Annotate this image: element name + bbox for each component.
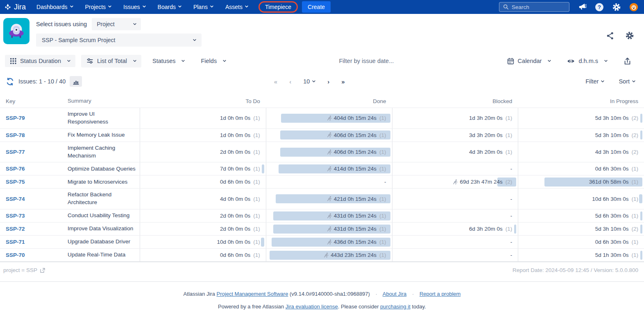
page-size-dropdown[interactable]: 10 [303, 78, 315, 85]
admin-settings-button[interactable] [612, 2, 621, 11]
duration-cell-blocked: - [392, 189, 518, 209]
chevron-down-icon [193, 38, 196, 41]
chevron-down-icon [133, 22, 136, 25]
toolbar-right: Calendar d.h.m.s [502, 54, 637, 68]
duration-bar [640, 225, 642, 234]
runner-icon [452, 179, 458, 185]
duration-text: 5d 1h 30m 0s [595, 252, 629, 258]
jql-query-text: project = SSP [3, 267, 37, 273]
chevron-down-icon [70, 4, 73, 7]
purchase-link[interactable]: purchasing it [380, 304, 410, 310]
status-count: (2) [506, 179, 512, 185]
status-count: (1) [506, 132, 512, 138]
nav-item-plans[interactable]: Plans [193, 4, 213, 10]
svg-text:?: ? [598, 4, 601, 10]
duration-text: - [510, 213, 512, 219]
nav-item-dashboards[interactable]: Dashboards [36, 4, 73, 10]
filter-dropdown[interactable]: Filter [585, 78, 604, 85]
nav-item-issues[interactable]: Issues [123, 4, 145, 10]
jira-logo-icon [4, 3, 11, 11]
pager-controls: « ‹ 10 › » [33, 78, 585, 85]
chevron-down-icon [223, 58, 226, 62]
duration-cell-todo: 2d 0h 0m 0s(1) [140, 142, 266, 162]
issue-key-link[interactable]: SSP-77 [6, 149, 25, 155]
report-problem-link[interactable]: Report a problem [420, 291, 460, 297]
issue-summary-cell: Migrate to Microservices [68, 175, 140, 188]
issue-summary-cell: Conduct Usability Testing [68, 209, 140, 222]
search-input[interactable]: Search [499, 2, 569, 12]
duration-text: 2d 0h 0m 0s [220, 213, 250, 219]
issue-key-link[interactable]: SSP-73 [6, 213, 25, 219]
duration-text: 421d 0h 15m 24s [334, 196, 376, 202]
status-count: (1) [253, 213, 260, 219]
table-row: SSP-78Fix Memory Leak Issue1d 0h 0m 0s(1… [0, 128, 644, 142]
announcements-button[interactable] [578, 2, 587, 11]
refresh-button[interactable] [6, 77, 14, 86]
pms-link[interactable]: Project Management Software [217, 291, 288, 297]
issue-key-link[interactable]: SSP-75 [6, 179, 25, 185]
duration-cell-in-progress: 4d 3h 10m 0s(2) [518, 142, 644, 162]
statuses-dropdown[interactable]: Statuses [147, 55, 190, 67]
issue-key-link[interactable]: SSP-79 [6, 115, 25, 121]
issue-key-link[interactable]: SSP-72 [6, 226, 25, 232]
issue-summary-cell: Upgrade Database Driver [68, 236, 140, 248]
issue-key-link[interactable]: SSP-70 [6, 252, 25, 258]
issue-table-body: SSP-79Improve UI Responsiveness1d 0h 0m … [0, 108, 644, 261]
list-type-dropdown[interactable]: List of Total [81, 55, 141, 67]
duration-cell-todo: 1d 0h 0m 0s(1) [140, 108, 266, 128]
duration-text: 69d 23h 47m 24s [460, 179, 502, 185]
grid-icon [10, 58, 16, 64]
help-button[interactable]: ? [595, 2, 604, 11]
create-button[interactable]: Create [302, 1, 331, 13]
next-page-button[interactable]: › [327, 78, 329, 85]
issue-date-filter[interactable]: Filter by issue date... [231, 58, 501, 64]
duration-cell-done: 406d 0h 15m 24s(1) [266, 129, 392, 142]
selection-mode-dropdown[interactable]: Project [92, 18, 141, 30]
sort-dropdown[interactable]: Sort [619, 78, 635, 85]
duration-bar [514, 225, 516, 234]
duration-text: - [510, 196, 512, 202]
first-page-button[interactable]: « [274, 78, 277, 85]
export-button[interactable] [618, 54, 637, 68]
issue-key-link[interactable]: SSP-71 [6, 239, 25, 245]
sliders-icon [86, 58, 93, 65]
nav-item-assets[interactable]: Assets [225, 4, 248, 10]
share-button[interactable] [606, 31, 615, 40]
chevron-down-icon [181, 58, 185, 62]
duration-cell-todo: 2d 0h 0m 0s(1) [140, 223, 266, 235]
report-settings-button[interactable] [625, 31, 634, 40]
about-jira-link[interactable]: About Jira [383, 291, 407, 297]
column-header-to-do: To Do [140, 95, 266, 108]
refresh-icon [6, 77, 14, 86]
duration-text: 2d 0h 0m 0s [220, 149, 250, 155]
user-avatar[interactable] [629, 2, 638, 11]
duration-cell-in-progress: 5d 1h 30m 0s(1) [518, 249, 644, 261]
status-count: (1) [379, 196, 386, 202]
duration-format-dropdown[interactable]: d.h.m.s [562, 54, 612, 68]
status-count: (2) [632, 115, 639, 121]
runner-icon [323, 252, 329, 258]
issue-key-link[interactable]: SSP-74 [6, 196, 25, 202]
duration-cell-blocked: 3d 3h 20m 0s(1) [392, 129, 518, 142]
issue-key-link[interactable]: SSP-76 [6, 166, 25, 172]
issue-key-link[interactable]: SSP-78 [6, 132, 25, 138]
license-link[interactable]: Jira evaluation license [286, 304, 338, 310]
duration-cell-done: 436d 0h 15m 24s(1) [266, 236, 392, 248]
nav-item-projects[interactable]: Projects [85, 4, 111, 10]
external-link-icon[interactable] [40, 268, 45, 273]
fields-dropdown[interactable]: Fields [195, 55, 231, 67]
jira-logo[interactable]: Jira [4, 3, 26, 11]
project-dropdown[interactable]: SSP - Sample Scrum Project [36, 34, 202, 47]
column-header-key: Key [0, 95, 68, 108]
megaphone-icon [578, 2, 587, 11]
nav-item-boards[interactable]: Boards [158, 4, 181, 10]
calendar-dropdown[interactable]: Calendar [502, 55, 556, 67]
previous-page-button[interactable]: ‹ [289, 78, 291, 85]
duration-text: 10d 6h 30m 0s [592, 196, 628, 202]
last-page-button[interactable]: » [341, 78, 344, 85]
nav-item-timepiece[interactable]: Timepiece [265, 4, 291, 10]
report-type-dropdown[interactable]: Status Duration [5, 55, 75, 67]
status-count: (1) [253, 179, 260, 185]
duration-bar [639, 194, 642, 203]
duration-text: 0d 6h 30m 0s [595, 239, 629, 245]
